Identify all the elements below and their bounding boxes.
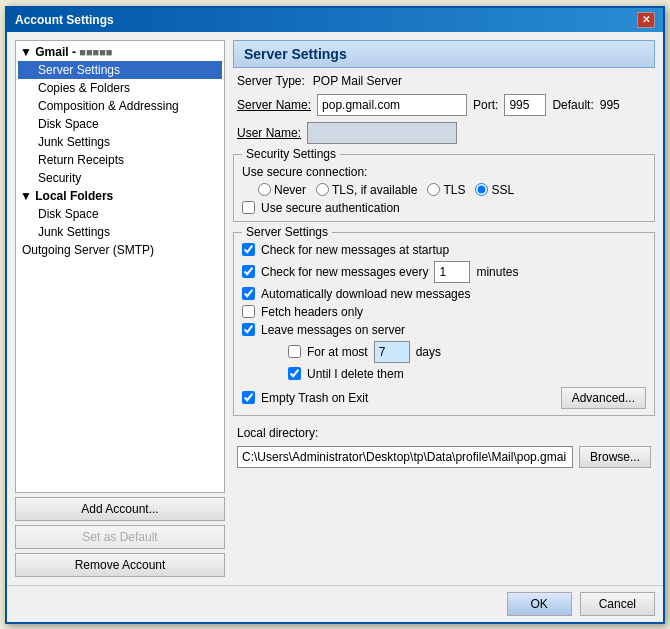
use-secure-label: Use secure connection: (242, 165, 646, 179)
until-delete-label: Until I delete them (307, 367, 404, 381)
until-delete-row: Until I delete them (288, 367, 646, 381)
until-delete-checkbox[interactable] (288, 367, 301, 380)
tree-group-gmail[interactable]: ▼ Gmail - ■■■■■ (18, 43, 222, 61)
copies-folders-label: Copies & Folders (38, 81, 130, 95)
local-dir-input-row: Browse... (233, 446, 655, 468)
check-startup-checkbox[interactable] (242, 243, 255, 256)
left-buttons: Add Account... Set as Default Remove Acc… (15, 497, 225, 577)
sidebar-item-composition[interactable]: Composition & Addressing (18, 97, 222, 115)
check-every-label: Check for new messages every (261, 265, 428, 279)
radio-tls-label: TLS (443, 183, 465, 197)
radio-tls-if-available[interactable]: TLS, if available (316, 183, 417, 197)
lf-disk-space-label: Disk Space (38, 207, 99, 221)
account-settings-dialog: Account Settings ✕ ▼ Gmail - ■■■■■ Serve… (5, 6, 665, 624)
auto-download-row: Automatically download new messages (242, 287, 646, 301)
sidebar-item-lf-junk-settings[interactable]: Junk Settings (18, 223, 222, 241)
add-account-button[interactable]: Add Account... (15, 497, 225, 521)
empty-trash-row: Empty Trash on Exit (242, 391, 368, 405)
expand-icon-local: ▼ (20, 189, 35, 203)
default-value: 995 (600, 98, 620, 112)
check-every-input[interactable] (434, 261, 470, 283)
server-name-label: Server Name: (237, 98, 311, 112)
sidebar-item-security[interactable]: Security (18, 169, 222, 187)
check-every-row: Check for new messages every minutes (242, 261, 646, 283)
right-panel: Server Settings Server Type: POP Mail Se… (233, 40, 655, 577)
gmail-label: Gmail - (35, 45, 79, 59)
outgoing-smtp-label: Outgoing Server (SMTP) (22, 243, 154, 257)
local-dir-row: Local directory: (233, 426, 655, 440)
advanced-button[interactable]: Advanced... (561, 387, 646, 409)
junk-settings-label: Junk Settings (38, 135, 110, 149)
fetch-headers-label: Fetch headers only (261, 305, 363, 319)
server-settings-group: Server Settings Check for new messages a… (233, 232, 655, 416)
radio-never-input[interactable] (258, 183, 271, 196)
local-dir-label: Local directory: (237, 426, 318, 440)
fetch-headers-row: Fetch headers only (242, 305, 646, 319)
section-title: Server Settings (233, 40, 655, 68)
fetch-headers-checkbox[interactable] (242, 305, 255, 318)
check-startup-label: Check for new messages at startup (261, 243, 449, 257)
server-type-label: Server Type: (237, 74, 305, 88)
close-button[interactable]: ✕ (637, 12, 655, 28)
empty-trash-label: Empty Trash on Exit (261, 391, 368, 405)
sidebar-item-return-receipts[interactable]: Return Receipts (18, 151, 222, 169)
username-input[interactable] (307, 122, 457, 144)
leave-messages-checkbox[interactable] (242, 323, 255, 336)
lf-junk-settings-label: Junk Settings (38, 225, 110, 239)
browse-button[interactable]: Browse... (579, 446, 651, 468)
composition-label: Composition & Addressing (38, 99, 179, 113)
title-bar: Account Settings ✕ (7, 8, 663, 32)
use-secure-auth-checkbox[interactable] (242, 201, 255, 214)
sidebar-item-lf-disk-space[interactable]: Disk Space (18, 205, 222, 223)
leave-messages-label: Leave messages on server (261, 323, 405, 337)
dialog-title: Account Settings (15, 13, 114, 27)
sidebar-item-outgoing-smtp[interactable]: Outgoing Server (SMTP) (18, 241, 222, 259)
gmail-email: ■■■■■ (79, 46, 112, 58)
sidebar-item-copies-folders[interactable]: Copies & Folders (18, 79, 222, 97)
server-settings-label: Server Settings (38, 63, 120, 77)
server-settings-group-title: Server Settings (242, 225, 332, 239)
server-name-row: Server Name: Port: Default: 995 (233, 94, 655, 116)
check-every-checkbox[interactable] (242, 265, 255, 278)
use-secure-auth-label: Use secure authentication (261, 201, 400, 215)
radio-ssl-label: SSL (491, 183, 514, 197)
for-at-most-checkbox[interactable] (288, 345, 301, 358)
auto-download-label: Automatically download new messages (261, 287, 470, 301)
radio-tls-input[interactable] (427, 183, 440, 196)
local-dir-input[interactable] (237, 446, 573, 468)
cancel-button[interactable]: Cancel (580, 592, 655, 616)
sidebar-item-disk-space[interactable]: Disk Space (18, 115, 222, 133)
remove-account-button[interactable]: Remove Account (15, 553, 225, 577)
expand-icon: ▼ (20, 45, 35, 59)
radio-never-label: Never (274, 183, 306, 197)
server-name-input[interactable] (317, 94, 467, 116)
left-panel: ▼ Gmail - ■■■■■ Server Settings Copies &… (15, 40, 225, 577)
sidebar-item-server-settings[interactable]: Server Settings (18, 61, 222, 79)
radio-ssl-input[interactable] (475, 183, 488, 196)
empty-trash-checkbox[interactable] (242, 391, 255, 404)
radio-never[interactable]: Never (258, 183, 306, 197)
sidebar-item-junk-settings[interactable]: Junk Settings (18, 133, 222, 151)
auto-download-checkbox[interactable] (242, 287, 255, 300)
radio-tls-available-input[interactable] (316, 183, 329, 196)
bottom-bar: OK Cancel (7, 585, 663, 622)
content-area: Server Type: POP Mail Server Server Name… (233, 74, 655, 577)
default-label: Default: (552, 98, 593, 112)
radio-ssl[interactable]: SSL (475, 183, 514, 197)
username-row: User Name: (233, 122, 655, 144)
radio-tls[interactable]: TLS (427, 183, 465, 197)
ok-button[interactable]: OK (507, 592, 572, 616)
server-type-row: Server Type: POP Mail Server (233, 74, 655, 88)
for-at-most-row: For at most days (288, 341, 646, 363)
port-input[interactable] (504, 94, 546, 116)
check-startup-row: Check for new messages at startup (242, 243, 646, 257)
empty-trash-advanced-row: Empty Trash on Exit Advanced... (242, 387, 646, 409)
leave-messages-row: Leave messages on server (242, 323, 646, 337)
security-group-title: Security Settings (242, 147, 340, 161)
tree-group-local-folders[interactable]: ▼ Local Folders (18, 187, 222, 205)
set-default-button[interactable]: Set as Default (15, 525, 225, 549)
disk-space-label: Disk Space (38, 117, 99, 131)
days-label: days (416, 345, 441, 359)
for-at-most-input[interactable] (374, 341, 410, 363)
server-type-value: POP Mail Server (313, 74, 402, 88)
